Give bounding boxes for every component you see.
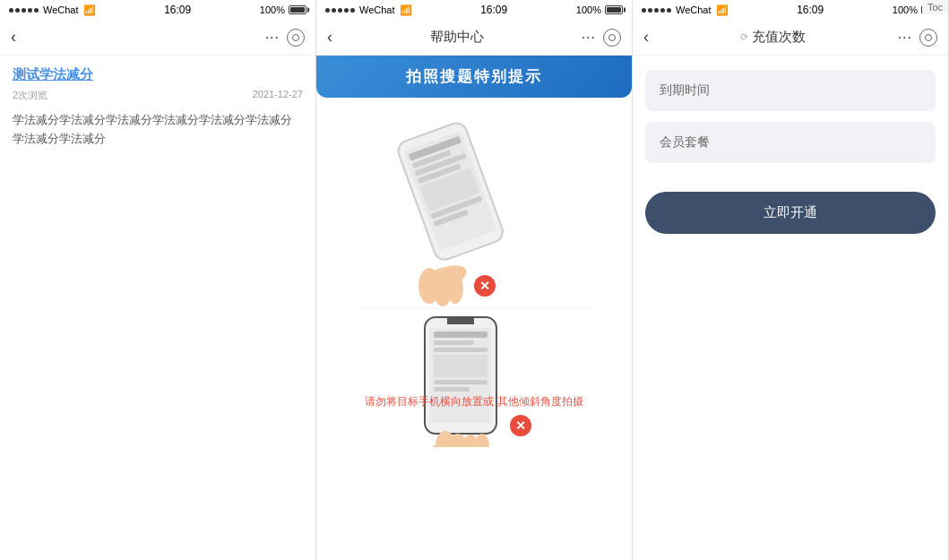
panel-2: WeChat 📶 16:09 100% ‹ 帮助中心 ··· 拍照搜题特别提示 <box>316 0 633 560</box>
svg-text:✕: ✕ <box>515 418 526 433</box>
more-button-2[interactable]: ··· <box>582 30 596 46</box>
banner-text: 拍照搜题特别提示 <box>406 68 542 85</box>
battery-fill-2 <box>607 7 621 13</box>
battery-pct-2: 100% <box>576 4 601 15</box>
record-inner-3 <box>925 34 932 41</box>
panel3-content: 到期时间 会员套餐 立即开通 <box>633 56 948 560</box>
expire-time-row: 到期时间 <box>645 70 936 111</box>
status-bar-1: WeChat 📶 16:09 100% <box>0 0 315 20</box>
battery-icon-1 <box>289 5 306 14</box>
record-inner-1 <box>292 34 299 41</box>
battery-pct-1: 100% <box>260 4 285 15</box>
nav-title-group-3: ⟳ 充值次数 <box>740 29 806 46</box>
title-plain: 测试 <box>13 66 39 82</box>
svg-point-29 <box>475 434 489 447</box>
battery-icon-2 <box>605 5 623 14</box>
dot3 <box>22 8 26 13</box>
back-button-2[interactable]: ‹ <box>327 28 332 47</box>
svg-point-12 <box>447 273 463 304</box>
svg-text:✕: ✕ <box>479 279 490 293</box>
wifi-icon-2: 📶 <box>400 4 412 16</box>
svg-rect-23 <box>434 380 487 384</box>
more-button-1[interactable]: ··· <box>265 30 280 46</box>
nav-bar-2: ‹ 帮助中心 ··· <box>316 20 632 56</box>
svg-rect-17 <box>447 317 474 324</box>
article-body: 学法减分学法减分学法减分学法减分学法减分学法减分学法减分学法减分 <box>13 111 303 149</box>
carrier-label-2: WeChat <box>359 4 395 15</box>
membership-label: 会员套餐 <box>660 134 710 149</box>
nav-title-3: 充值次数 <box>752 29 806 46</box>
dot1 <box>9 8 13 13</box>
svg-rect-19 <box>434 332 487 338</box>
battery-fill-1 <box>290 7 305 13</box>
toc-tab[interactable]: Toc <box>922 0 948 14</box>
signal-dots-2 <box>325 8 355 13</box>
status-left-3: WeChat 📶 <box>642 4 729 16</box>
panel-3: WeChat 📶 16:09 100% ‹ ⟳ 充值次数 ··· 到期时间 <box>633 0 949 560</box>
back-button-1[interactable]: ‹ <box>11 28 16 47</box>
status-left-2: WeChat 📶 <box>325 4 412 16</box>
signal-dots-3 <box>642 8 671 13</box>
svg-rect-22 <box>434 355 487 377</box>
status-right-1: 100% <box>260 4 306 15</box>
panel1-content: 测试学法减分 2次浏览 2021-12-27 学法减分学法减分学法减分学法减分学… <box>0 56 315 560</box>
caption-text: 请勿将目标手机横向放置或 其他倾斜角度拍摄 <box>365 393 582 409</box>
dot2 <box>15 8 20 13</box>
membership-package-row: 会员套餐 <box>645 122 936 163</box>
wifi-icon: 📶 <box>83 4 96 16</box>
title-underline: 学法减分 <box>39 66 93 82</box>
time-display-1: 16:09 <box>164 4 191 16</box>
activate-button[interactable]: 立即开通 <box>645 192 936 234</box>
back-button-3[interactable]: ‹ <box>643 28 649 47</box>
svg-rect-24 <box>434 387 470 392</box>
time-display-3: 16:09 <box>797 4 824 16</box>
nav-bar-1: ‹ ··· <box>0 20 315 56</box>
nav-bar-3: ‹ ⟳ 充值次数 ··· <box>633 20 948 56</box>
carrier-label-3: WeChat <box>676 4 712 15</box>
dot5 <box>34 8 39 13</box>
record-inner-2 <box>608 34 616 41</box>
nav-title-2: 帮助中心 <box>430 29 484 46</box>
nav-icons-2: ··· <box>582 29 621 47</box>
record-button-1[interactable] <box>287 29 305 47</box>
expire-time-label: 到期时间 <box>660 82 710 97</box>
svg-rect-20 <box>434 340 474 345</box>
record-button-2[interactable] <box>603 29 621 47</box>
refresh-icon-3: ⟳ <box>740 31 748 43</box>
status-bar-2: WeChat 📶 16:09 100% <box>316 0 632 20</box>
record-button-3[interactable] <box>919 29 937 47</box>
nav-icons-1: ··· <box>265 29 305 47</box>
status-bar-3: WeChat 📶 16:09 100% <box>633 0 948 20</box>
nav-icons-3: ··· <box>898 29 937 47</box>
article-meta: 2次浏览 2021-12-27 <box>13 89 303 102</box>
wifi-icon-3: 📶 <box>716 4 729 16</box>
panel2-content: 拍照搜题特别提示 <box>316 56 632 560</box>
more-button-3[interactable]: ··· <box>898 30 912 46</box>
status-right-2: 100% <box>576 4 623 15</box>
view-count: 2次浏览 <box>13 89 47 102</box>
svg-rect-21 <box>434 348 487 352</box>
status-left-1: WeChat 📶 <box>9 4 96 16</box>
photo-tip-banner: 拍照搜题特别提示 <box>316 56 632 98</box>
battery-pct-3: 100% <box>893 4 918 15</box>
signal-dots <box>9 8 39 13</box>
time-display-2: 16:09 <box>480 4 507 16</box>
article-date: 2021-12-27 <box>253 89 303 102</box>
carrier-label: WeChat <box>43 4 79 15</box>
article-title[interactable]: 测试学法减分 <box>13 66 303 83</box>
panel-1: WeChat 📶 16:09 100% ‹ ··· 测试学法减分 2次浏览 20… <box>0 0 316 560</box>
dot4 <box>28 8 32 13</box>
